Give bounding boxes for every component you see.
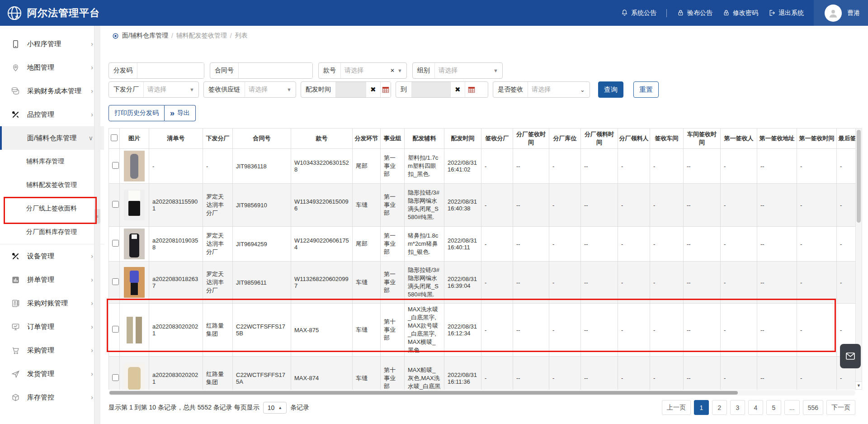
product-photo[interactable]: [124, 190, 145, 220]
calendar-icon[interactable]: [465, 82, 478, 97]
cell-empty-value: -: [549, 149, 581, 184]
feedback-message-button[interactable]: [840, 344, 861, 368]
cell-empty-value: -: [549, 227, 581, 262]
cell-material: 猪鼻扣/1.8cm*2cm猪鼻扣_银色.: [405, 227, 444, 262]
date-start-input[interactable]: [335, 82, 366, 97]
filter-label: 款号: [319, 67, 340, 75]
signed-status-select[interactable]: 请选择: [528, 82, 579, 97]
sidebar-item-order[interactable]: 订单管理›: [0, 315, 104, 338]
page-size-select[interactable]: 10 ▲: [263, 402, 287, 414]
product-photo[interactable]: [124, 363, 145, 390]
caret-down-icon[interactable]: ▼: [189, 87, 198, 92]
export-button[interactable]: » 导出: [165, 105, 196, 121]
column-header: 最后签收: [837, 129, 856, 149]
sidebar-item-quality-control[interactable]: 品控管理›: [0, 103, 104, 126]
reset-button[interactable]: 重置: [633, 81, 659, 98]
calendar-icon[interactable]: [380, 82, 391, 97]
sidebar-collapse-handle[interactable]: ≡: [94, 209, 100, 224]
column-header: 车间签收时间: [684, 129, 721, 149]
issued-factory-select[interactable]: 请选择: [143, 82, 189, 97]
cell-distribute-time: 2022/08/31 16:40:38: [444, 184, 481, 227]
sidebar-item-inventory-control[interactable]: 库存管控›: [0, 386, 104, 409]
cell-photo: [120, 149, 149, 184]
sidebar-item-accessory-inventory[interactable]: 辅料库存管理: [0, 150, 104, 173]
cell-distribute-time: 2022/08/31 16:11:36: [444, 357, 481, 390]
cell-empty-value: -: [837, 184, 856, 227]
cell-material: 隐形拉链/3#隐形网编水滴头闭尾_S580#纯黑.: [405, 262, 444, 304]
cell-business-group: 第十事业部: [381, 304, 405, 357]
table-horizontal-scrollbar: [108, 390, 855, 395]
sidebar-item-shipping[interactable]: 发货管理›: [0, 362, 104, 386]
caret-down-icon[interactable]: ▼: [492, 68, 502, 73]
cell-empty-value: -: [837, 262, 856, 304]
search-button[interactable]: 查询: [598, 81, 623, 98]
scroll-down-arrow[interactable]: ▼: [856, 381, 862, 389]
cell-material: MAX船唛_灰色,MAX洗水唛_白底黑: [405, 357, 444, 390]
date-end-input[interactable]: [411, 82, 450, 97]
caret-down-icon[interactable]: ▼: [286, 87, 296, 92]
pagination-page-5-button[interactable]: 5: [766, 400, 781, 415]
row-checkbox[interactable]: [112, 162, 119, 169]
pagination-next-button[interactable]: 下一页: [826, 400, 855, 415]
brand: 阿尔法管理平台: [0, 5, 100, 21]
cell-empty-value: --: [684, 227, 721, 262]
clear-icon[interactable]: ✖: [366, 82, 380, 97]
sign-supply-chain-select[interactable]: 请选择: [245, 82, 286, 97]
app-title: 阿尔法管理平台: [27, 6, 100, 20]
print-history-codes-button[interactable]: 打印历史分发码: [108, 105, 165, 121]
group-select[interactable]: 请选择: [434, 63, 492, 78]
chevron-down-icon[interactable]: ⌄: [579, 86, 590, 93]
sidebar-item-map[interactable]: 地图管理›: [0, 56, 104, 79]
pagination-page-556-button[interactable]: 556: [803, 400, 823, 415]
system-notice-link[interactable]: 系统公告: [621, 9, 656, 17]
sidebar-item-label: 分厂线上签收面料: [26, 205, 77, 213]
sidebar-item-procurement-reconciliation[interactable]: 采购对账管理›: [0, 291, 104, 315]
sidebar-item-factory-fabric-inventory[interactable]: 分厂面料库存管理: [0, 220, 104, 244]
contract-no-input[interactable]: [238, 63, 312, 78]
clear-icon[interactable]: ✖: [450, 82, 465, 97]
logout-link[interactable]: 退出系统: [768, 9, 804, 17]
product-photo[interactable]: [124, 267, 145, 298]
cell-business-group: 第一事业部: [381, 227, 405, 262]
row-checkbox[interactable]: [112, 240, 119, 247]
cell-empty-value: --: [513, 227, 549, 262]
product-photo[interactable]: [124, 229, 145, 259]
cell-contract-no: JIT9856910: [233, 184, 291, 227]
change-password-link[interactable]: 修改密码: [722, 9, 758, 17]
pagination-page-1-button[interactable]: 1: [694, 400, 709, 415]
clear-icon[interactable]: ✕: [388, 67, 396, 74]
sidebar-item-accessory-distribution-sign[interactable]: 辅料配发签收管理: [0, 173, 104, 197]
row-checkbox[interactable]: [112, 201, 119, 208]
breadcrumb-item[interactable]: 辅料配发签收管理: [176, 32, 227, 40]
pagination-page-3-button[interactable]: 3: [730, 400, 745, 415]
distribution-code-input[interactable]: [137, 63, 204, 78]
user-zone[interactable]: 曹港: [814, 0, 868, 26]
row-checkbox[interactable]: [112, 326, 119, 333]
cell-photo: [120, 304, 149, 357]
sidebar-item-factory-online-sign-fabric[interactable]: 分厂线上签收面料: [0, 197, 104, 220]
pagination-page-2-button[interactable]: 2: [712, 400, 727, 415]
product-photo[interactable]: [124, 314, 145, 345]
product-photo[interactable]: [124, 151, 145, 181]
sidebar-item-equipment[interactable]: 设备管理›: [0, 244, 104, 268]
cell-empty-value: -: [618, 184, 650, 227]
pagination-ellipsis-button[interactable]: ...: [784, 400, 800, 415]
sidebar: 小程序管理›地图管理›采购财务成本管理›品控管理›面/辅料仓库管理∨辅料库存管理…: [0, 26, 104, 424]
caret-down-icon[interactable]: ▼: [396, 68, 406, 73]
row-checkbox[interactable]: [112, 278, 119, 285]
pagination-page-4-button[interactable]: 4: [748, 400, 763, 415]
sidebar-item-fabric-accessory-warehouse[interactable]: 面/辅料仓库管理∨: [0, 126, 104, 150]
select-all-checkbox[interactable]: [111, 134, 118, 141]
fabric-notice-link[interactable]: 验布公告: [677, 9, 712, 17]
sidebar-item-order-merge[interactable]: 拼单管理›: [0, 268, 104, 291]
sidebar-item-label: 采购管理: [27, 346, 54, 355]
pagination-prev-button[interactable]: 上一页: [662, 400, 691, 415]
vertical-scrollbar-thumb[interactable]: [857, 130, 861, 223]
breadcrumb-item[interactable]: 面/辅料仓库管理: [122, 32, 168, 40]
sidebar-item-mini-program[interactable]: 小程序管理›: [0, 32, 104, 56]
sidebar-item-procurement[interactable]: 采购管理›: [0, 338, 104, 362]
row-checkbox[interactable]: [112, 374, 119, 381]
horizontal-scrollbar-thumb[interactable]: [109, 391, 738, 395]
sidebar-item-procurement-finance-cost[interactable]: 采购财务成本管理›: [0, 79, 104, 103]
style-no-select[interactable]: 请选择: [340, 63, 388, 78]
